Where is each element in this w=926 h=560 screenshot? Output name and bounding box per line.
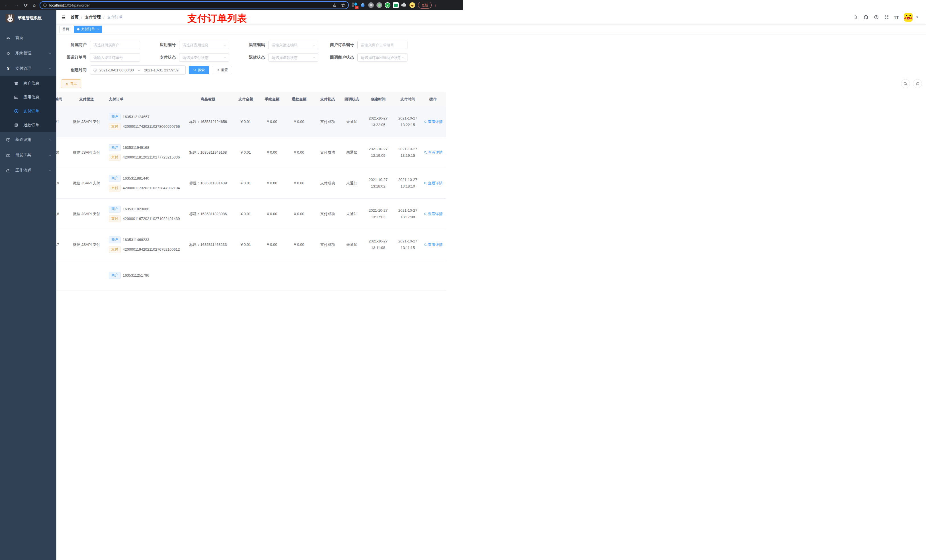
extension-icon-2[interactable] — [360, 2, 366, 8]
browser-update-button[interactable]: 更新 — [418, 2, 432, 9]
sidebar-item-payment[interactable]: ¥ 支付管理 — [0, 61, 56, 76]
filter-channel-order-no: 渠道订单号 — [56, 53, 144, 62]
extension-puzzle-icon[interactable] — [401, 2, 407, 8]
chevron-down-icon — [312, 42, 316, 48]
tab-home[interactable]: 首页 — [59, 26, 72, 33]
search-icon — [424, 151, 427, 154]
merchant-tag: 商户 — [109, 237, 121, 243]
dashboard-icon — [6, 35, 11, 40]
table-row: 21 微信 JSAPI 支付 商户1635312124657 支付4200001… — [56, 106, 446, 137]
briefcase-icon — [6, 168, 11, 173]
breadcrumb-current: 支付订单 — [107, 15, 123, 20]
channel-order-no-input[interactable] — [90, 53, 140, 62]
filter-pay-status: 支付状态 — [145, 53, 233, 62]
filter-create-time: 创建时间 2021-10-01 00:00:00 - 2021-10-31 23… — [56, 65, 186, 74]
chevron-down-icon — [48, 137, 52, 142]
sidebar-item-workflow[interactable]: 工作流程 — [0, 163, 56, 178]
table-row: 17 微信 JSAPI 支付 商户1635311468233 支付4200001… — [56, 229, 446, 260]
bookmark-star-icon[interactable] — [341, 3, 345, 8]
sidebar-fold-icon[interactable] — [61, 15, 66, 20]
date-start-value: 2021-10-01 00:00:00 — [99, 68, 134, 72]
merchant-order-no-input[interactable] — [358, 41, 407, 49]
browser-reload-icon[interactable]: ⟳ — [24, 3, 27, 8]
breadcrumb-home[interactable]: 首页 — [71, 15, 79, 20]
view-detail-link[interactable]: 查看详情 — [424, 242, 443, 247]
extension-icon-6[interactable] — [393, 2, 399, 8]
address-bar[interactable]: localhost:1024/pay/order — [39, 1, 349, 9]
merchant-tag: 商户 — [109, 144, 121, 151]
annotation-page-title: 支付订单列表 — [188, 12, 247, 25]
filter-channel-code: 渠道编码 — [235, 41, 322, 49]
search-icon — [424, 181, 427, 185]
app-id-select[interactable] — [179, 41, 229, 49]
pay-tag: 支付 — [109, 216, 121, 222]
breadcrumb: 首页 / 支付管理 / 支付订单 — [71, 15, 123, 20]
filter-form: 所属商户 应用编号 渠道编码 商户订单编号 — [56, 34, 463, 76]
search-button[interactable]: 搜索 — [189, 66, 209, 74]
filter-merchant-order-no: 商户订单编号 — [324, 41, 411, 49]
date-end-value: 2021-10-31 23:59:59 — [144, 68, 179, 72]
view-detail-link[interactable]: 查看详情 — [424, 119, 443, 124]
extension-icon-1[interactable]: 10 — [352, 2, 357, 8]
navbar: 首页 / 支付管理 / 支付订单 TT ▼ — [56, 10, 463, 24]
channel-code-select[interactable] — [268, 41, 318, 49]
sidebar-item-app-info[interactable]: 应用信息 — [0, 90, 56, 104]
url-host: localhost — [49, 3, 64, 8]
document-icon — [14, 123, 19, 127]
date-range-input[interactable]: 2021-10-01 00:00:00 - 2021-10-31 23:59:5… — [90, 65, 186, 74]
share-icon[interactable] — [333, 3, 337, 8]
sidebar-item-system[interactable]: 系统管理 — [0, 45, 56, 61]
url-path: :1024/pay/order — [64, 3, 90, 8]
chevron-down-icon — [223, 42, 227, 48]
refund-status-select[interactable] — [268, 53, 318, 62]
site-info-icon[interactable] — [43, 3, 47, 7]
sidebar-item-merchant-info[interactable]: 商户信息 — [0, 76, 56, 90]
sidebar-item-infrastructure[interactable]: 基础设施 — [0, 132, 56, 147]
filter-refund-status: 退款状态 — [235, 53, 322, 62]
grid-icon — [14, 95, 19, 100]
table-header: 编号 支付渠道 支付订单 商品标题 支付金额 手续金额 退款金额 支付状态 回调… — [56, 92, 446, 106]
filter-merchant: 所属商户 — [56, 41, 144, 49]
sidebar: 芋道管理系统 首页 系统管理 ¥ 支付管理 商户信息 — [0, 10, 56, 280]
breadcrumb-payment[interactable]: 支付管理 — [85, 15, 101, 20]
browser-home-icon[interactable]: ⌂ — [33, 3, 36, 8]
pay-tag: 支付 — [109, 123, 121, 130]
extension-icon-4[interactable] — [377, 2, 382, 8]
sidebar-item-home[interactable]: 首页 — [0, 30, 56, 45]
sidebar-item-dev-tools[interactable]: 研发工具 — [0, 147, 56, 163]
sidebar-item-pay-order[interactable]: 支付订单 — [0, 104, 56, 118]
export-button[interactable]: 导出 — [61, 79, 81, 88]
gear-icon — [6, 51, 11, 56]
browser-forward-icon[interactable]: → — [14, 3, 19, 8]
clock-icon — [93, 68, 97, 72]
chevron-down-icon — [48, 168, 52, 173]
chevron-down-icon — [223, 55, 227, 60]
pay-status-select[interactable] — [179, 53, 229, 62]
close-icon[interactable]: × — [97, 27, 99, 31]
search-icon — [424, 212, 427, 216]
tab-pay-order[interactable]: 支付订单 × — [74, 26, 102, 33]
browser-menu-icon[interactable]: ⋮ — [433, 3, 437, 8]
view-detail-link[interactable]: 查看详情 — [424, 181, 443, 186]
notify-status-select[interactable] — [358, 53, 407, 62]
merchant-input[interactable] — [90, 41, 140, 49]
reset-button[interactable]: 重置 — [212, 66, 232, 74]
table-row: 18 微信 JSAPI 支付 商户1635311823086 支付4200001… — [56, 199, 446, 229]
table-row-partial: 商户1635311251796 — [56, 260, 446, 280]
filter-notify-status: 回调商户状态 — [324, 53, 411, 62]
app-logo[interactable]: 芋道管理系统 — [0, 10, 56, 26]
extension-icon-3[interactable]: ⌘ — [368, 2, 374, 8]
sidebar-item-refund-order[interactable]: 退款订单 — [0, 118, 56, 132]
active-tab-dot — [77, 28, 79, 30]
extension-badge: 10 — [355, 6, 359, 9]
view-detail-link[interactable]: 查看详情 — [424, 150, 443, 155]
view-detail-link[interactable]: 查看详情 — [424, 211, 443, 217]
logo-image — [6, 14, 14, 23]
extension-icon-5[interactable]: y — [385, 2, 390, 8]
browser-back-icon[interactable]: ← — [5, 3, 9, 8]
extension-emoji-icon[interactable] — [410, 2, 415, 8]
merchant-tag: 商户 — [109, 175, 121, 182]
merchant-tag: 商户 — [109, 206, 121, 213]
yen-icon: ¥ — [6, 66, 11, 71]
pay-tag: 支付 — [109, 246, 121, 253]
